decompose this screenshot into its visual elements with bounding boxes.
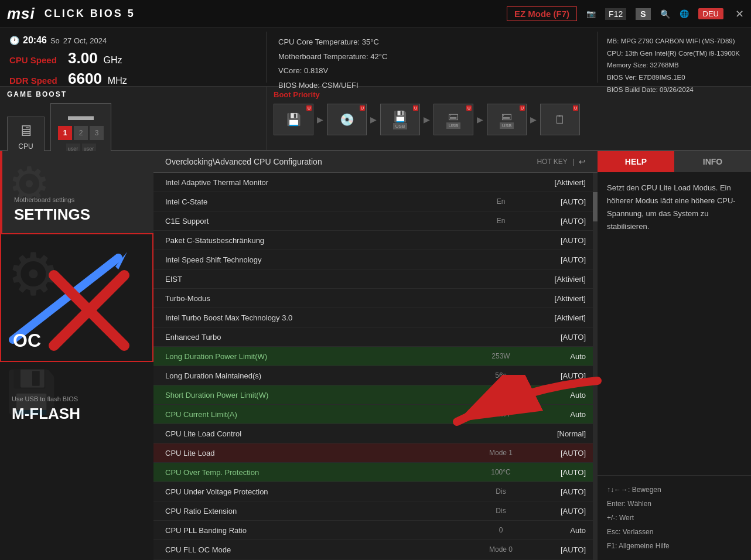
day-display: So xyxy=(50,36,60,45)
row-sub: 0 xyxy=(480,526,521,534)
help-tabs: HELP INFO xyxy=(598,151,751,172)
row-value: [AUTO] xyxy=(521,333,586,342)
table-row[interactable]: CPU Lite Load Control [Normal] xyxy=(153,424,598,443)
row-value: Auto xyxy=(521,352,586,361)
table-row[interactable]: CPU FLL OC Mode Mode 0 [AUTO] xyxy=(153,540,598,559)
oc-label: OC xyxy=(13,330,41,351)
row-name: CPU Current Limit(A) xyxy=(165,410,480,419)
nav-hint-f1: F1: Allgemeine Hilfe xyxy=(607,539,742,553)
mflash-bg-icon: 💾 xyxy=(6,368,57,416)
row-sub: 253W xyxy=(480,391,521,399)
table-row[interactable]: EIST [Aktiviert] xyxy=(153,269,598,289)
cpu-block[interactable]: 🖥 CPU xyxy=(7,117,45,156)
boot-item-3[interactable]: 💾 USB U xyxy=(380,104,420,135)
nav-hint-enter: Enter: Wählen xyxy=(607,497,742,511)
close-icon[interactable]: ✕ xyxy=(735,8,744,21)
table-row[interactable]: CPU Current Limit(A) 307A Auto xyxy=(153,405,598,424)
boot-arrow-5: ▶ xyxy=(530,115,537,124)
row-sub: Mode 0 xyxy=(480,545,521,554)
profile-1[interactable]: 1 xyxy=(58,126,72,140)
help-content: Setzt den CPU Lite Load Modus. Ein höher… xyxy=(598,172,751,475)
header-bar: msi CLICK BIOS 5 EZ Mode (F7) 📷 F12 S 🔍 … xyxy=(0,0,751,28)
cpu-speed-value: 3.00 xyxy=(68,49,98,67)
bios-name: CLICK BIOS 5 xyxy=(45,8,135,20)
breadcrumb-bar: Overclocking\Advanced CPU Configuration … xyxy=(153,151,598,173)
row-sub: 100°C xyxy=(480,468,521,476)
globe-icon[interactable]: 🌐 xyxy=(680,9,689,18)
ez-mode-button[interactable]: EZ Mode (F7) xyxy=(507,6,577,21)
boot-item-4[interactable]: 🖴 USB U xyxy=(433,104,473,135)
row-name: CPU Over Temp. Protection xyxy=(165,468,480,477)
nav-hint-move: ↑↓←→: Bewegen xyxy=(607,483,742,497)
row-name: CPU Lite Load Control xyxy=(165,429,480,438)
table-row[interactable]: CPU Lite Load Mode 1 [AUTO] xyxy=(153,443,598,463)
row-name: CPU Ratio Extension xyxy=(165,507,480,515)
table-row[interactable]: Enhanced Turbo [AUTO] xyxy=(153,327,598,347)
table-row[interactable]: Intel Speed Shift Technology [AUTO] xyxy=(153,250,598,269)
hotkey-sep: | xyxy=(572,158,574,166)
back-icon[interactable]: ↩ xyxy=(579,157,586,166)
boost-bar: GAME BOOST 🖥 CPU ▬▬ 1 2 3 user user XMP … xyxy=(0,87,751,151)
sidebar-item-oc[interactable]: ⚙ OC xyxy=(0,233,153,362)
boot-priority-section: Boot Priority 💾 U ▶ 💿 U ▶ 💾 USB U ▶ 🖴 US… xyxy=(267,87,751,150)
table-row[interactable]: CPU Over Temp. Protection 100°C [AUTO] xyxy=(153,463,598,482)
sidebar-item-mflash[interactable]: 💾 Use USB to flash BIOS M-FLASH xyxy=(0,362,153,432)
row-name: Intel Turbo Boost Max Technology 3.0 xyxy=(165,313,480,322)
info-tab[interactable]: INFO xyxy=(674,151,751,172)
svg-line-2 xyxy=(54,275,124,346)
boot-item-1[interactable]: 💾 U xyxy=(274,104,313,135)
table-row[interactable]: Long Duration Maintained(s) 56s [AUTO] xyxy=(153,366,598,385)
clock-icon: 🕐 xyxy=(9,36,19,45)
row-name: CPU Lite Load xyxy=(165,449,480,457)
table-row[interactable]: CPU Under Voltage Protection Dis [AUTO] xyxy=(153,482,598,501)
cpu-name: CPU: 13th Gen Intel(R) Core(TM) i9-13900… xyxy=(607,47,742,60)
game-boost-section: GAME BOOST 🖥 CPU ▬▬ 1 2 3 user user XMP … xyxy=(0,87,267,150)
boot-item-5[interactable]: 🖴 USB U xyxy=(487,104,527,135)
mb-name: MB: MPG Z790 CARBON WIFI (MS-7D89) xyxy=(607,35,742,47)
row-sub: Dis xyxy=(480,507,521,515)
scrollbar-thumb[interactable] xyxy=(593,192,598,221)
profile-3[interactable]: 3 xyxy=(90,126,104,140)
row-value: [AUTO] xyxy=(521,236,586,245)
camera-icon[interactable]: 📷 xyxy=(586,9,596,18)
boot-item-6[interactable]: 🗒 U xyxy=(540,104,580,135)
search-icon[interactable]: 🔍 xyxy=(660,9,670,19)
header-right: EZ Mode (F7) 📷 F12 S 🔍 🌐 DEU ✕ xyxy=(507,6,744,21)
table-row[interactable]: CPU PLL Banding Ratio 0 Auto xyxy=(153,521,598,540)
f12-button[interactable]: F12 xyxy=(605,8,626,20)
table-row[interactable]: Intel Adaptive Thermal Monitor [Aktivier… xyxy=(153,173,598,192)
hotkey-label: HOT KEY xyxy=(537,158,567,166)
sidebar-item-settings[interactable]: ⚙ Motherboard settings SETTINGS xyxy=(0,151,153,233)
table-row[interactable]: Paket C-Statusbeschränkung [AUTO] xyxy=(153,231,598,250)
row-value: [AUTO] xyxy=(521,449,586,457)
row-name: Turbo-Modus xyxy=(165,294,480,303)
table-row[interactable]: CPU Ratio Extension Dis [AUTO] xyxy=(153,501,598,521)
table-row[interactable]: Intel Turbo Boost Max Technology 3.0 [Ak… xyxy=(153,308,598,327)
table-row[interactable]: Short Duration Power Limit(W) 253W Auto xyxy=(153,385,598,405)
help-tab[interactable]: HELP xyxy=(598,151,674,172)
row-sub: Mode 1 xyxy=(480,449,521,457)
breadcrumb-path: Overclocking\Advanced CPU Configuration xyxy=(165,157,322,166)
language-button[interactable]: DEU xyxy=(698,8,723,19)
row-value: Auto xyxy=(521,410,586,419)
row-value: [Aktiviert] xyxy=(521,178,586,187)
boot-item-2[interactable]: 💿 U xyxy=(327,104,367,135)
sidebar: ⚙ Motherboard settings SETTINGS ⚙ OC 💾 U… xyxy=(0,151,153,560)
row-value: [AUTO] xyxy=(521,371,586,380)
game-boost-label: GAME BOOST xyxy=(7,90,259,98)
table-row[interactable]: Long Duration Power Limit(W) 253W Auto xyxy=(153,347,598,366)
table-row[interactable]: Turbo-Modus [Aktiviert] xyxy=(153,289,598,308)
table-row[interactable]: C1E Support En [AUTO] xyxy=(153,211,598,231)
scrollbar[interactable] xyxy=(593,173,598,560)
row-name: Short Duration Power Limit(W) xyxy=(165,391,480,399)
table-row[interactable]: Intel C-State En [AUTO] xyxy=(153,192,598,211)
settings-bg-icon: ⚙ xyxy=(8,157,50,211)
profile-2[interactable]: 2 xyxy=(74,126,88,140)
row-name: EIST xyxy=(165,275,480,284)
s-button[interactable]: S xyxy=(636,8,650,20)
row-name: CPU Under Voltage Protection xyxy=(165,487,480,496)
svg-marker-1 xyxy=(115,252,127,269)
time-display: 20:46 xyxy=(23,35,47,46)
boot-arrow-3: ▶ xyxy=(424,115,430,124)
row-name: Long Duration Power Limit(W) xyxy=(165,352,480,361)
